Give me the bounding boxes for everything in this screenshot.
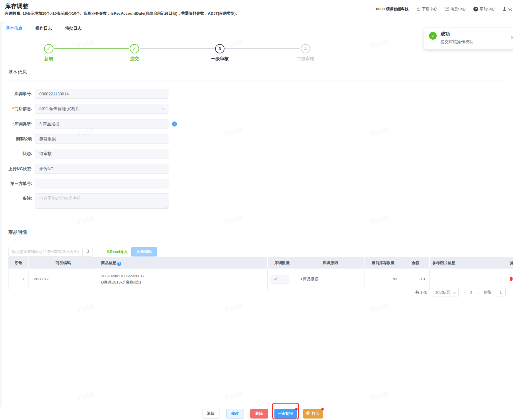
adjust-type-row: *库调类型: bbox=[2, 119, 177, 129]
delete-button[interactable]: 删除 bbox=[250, 409, 268, 419]
help-center-label: 帮助中心 bbox=[480, 6, 495, 12]
mail-icon bbox=[445, 7, 449, 11]
cell-ref-image bbox=[429, 269, 491, 290]
product-name: D聚品D813-芝麻糊/提/1 bbox=[101, 279, 264, 285]
order-no-label: 库调单号: bbox=[2, 89, 32, 99]
store-select[interactable] bbox=[35, 104, 168, 114]
remark-label: 备注: bbox=[2, 193, 32, 203]
main-card: 基本信息 操作日志 审批日志 新增 提交 3 一级审核 4 二级审核 基本信息 … bbox=[2, 22, 513, 407]
notification-dot bbox=[295, 408, 298, 410]
goto-page-input[interactable] bbox=[496, 288, 506, 296]
cell-product-info: 2002028017006/2028017 D聚品D813-芝麻糊/提/1 bbox=[98, 269, 267, 290]
step-submit: 提交 bbox=[114, 44, 155, 62]
nc-status-label: 上传NC状态: bbox=[2, 164, 32, 174]
store-label: *门店信息: bbox=[2, 104, 32, 114]
first-audit-button[interactable]: 一审初审 bbox=[274, 409, 297, 419]
row-delete-link[interactable]: 删除 bbox=[510, 277, 513, 281]
col-product-info: 商品信息 bbox=[98, 257, 267, 269]
check-icon bbox=[47, 46, 51, 51]
product-search bbox=[8, 247, 92, 257]
step-first-audit: 3 一级审核 bbox=[199, 44, 240, 62]
step-number: 4 bbox=[304, 46, 307, 51]
download-center-label: 下载中心 bbox=[422, 6, 437, 12]
adjust-desc-field[interactable] bbox=[35, 134, 168, 144]
product-info-help-icon[interactable] bbox=[117, 262, 121, 266]
basic-info-section-title: 基本信息 bbox=[8, 69, 27, 75]
batch-edit-button[interactable]: 批量编辑 bbox=[131, 247, 157, 257]
user-menu[interactable]: Yo bbox=[502, 7, 512, 12]
product-barcode: 2002028017006/2028017 bbox=[101, 273, 264, 279]
step-label: 二级审核 bbox=[285, 56, 326, 62]
col-action: 操作 bbox=[491, 257, 513, 269]
step-create: 新增 bbox=[28, 44, 69, 62]
toast-title: 成功 bbox=[441, 31, 450, 37]
adjust-type-field[interactable] bbox=[35, 119, 168, 129]
adjust-type-label: *库调类型: bbox=[2, 119, 32, 129]
pagination: 共 1 条 100条/页 ‹ 1 › 前往 bbox=[415, 288, 506, 296]
col-adjust-reason: 库调原因 bbox=[297, 257, 364, 269]
adjust-desc-label: 调整说明 bbox=[2, 134, 32, 144]
prev-page-icon[interactable]: ‹ bbox=[463, 290, 466, 295]
adjust-type-help-icon[interactable] bbox=[172, 122, 177, 126]
toast-message: 提交审核操作成功 bbox=[441, 39, 473, 45]
pagination-total: 共 1 条 bbox=[415, 290, 427, 295]
third-party-no-row: 第三方单号: bbox=[2, 179, 168, 188]
excel-import-link[interactable]: 从Excel导入 bbox=[106, 247, 128, 257]
col-ref-image: 参考图片信息 bbox=[429, 257, 491, 269]
step-circle-done bbox=[44, 44, 53, 53]
tab-approval-log[interactable]: 审批日志 bbox=[65, 22, 82, 34]
header-nav: 0000.领锋智能科技 下载中心 消息中心 帮助中心 Yo bbox=[376, 6, 512, 12]
page-title: 库存调整 bbox=[5, 2, 28, 10]
help-center-link[interactable]: 帮助中心 bbox=[473, 6, 495, 12]
next-page-icon[interactable]: › bbox=[477, 290, 479, 295]
status-field bbox=[35, 149, 168, 158]
store-select-field[interactable] bbox=[35, 104, 168, 114]
third-party-no-field[interactable] bbox=[35, 179, 168, 188]
tab-operation-log[interactable]: 操作日志 bbox=[36, 22, 52, 34]
cell-amount: -10 bbox=[402, 269, 429, 290]
message-center-label: 消息中心 bbox=[450, 6, 466, 12]
search-input[interactable] bbox=[8, 247, 82, 257]
page-size-value: 100条/页 bbox=[435, 290, 450, 294]
status-row: 状态: bbox=[2, 149, 168, 158]
page-subtitle: 库调数量: 10表示增加10个,-10表示减少10个。应用业务参数：IsRecA… bbox=[5, 11, 239, 16]
cell-seq: 1 bbox=[9, 269, 28, 290]
status-label: 状态: bbox=[2, 149, 32, 158]
search-button[interactable] bbox=[82, 247, 92, 257]
required-mark: * bbox=[12, 122, 14, 126]
company-name: 0000.领锋智能科技 bbox=[376, 6, 409, 12]
step-second-audit: 4 二级审核 bbox=[285, 44, 326, 62]
notification-dot bbox=[321, 408, 324, 410]
store-row: *门店信息: bbox=[2, 104, 168, 114]
page-size-select[interactable]: 100条/页 bbox=[432, 288, 459, 296]
adjust-qty-input[interactable] bbox=[271, 275, 289, 284]
step-number: 3 bbox=[219, 46, 221, 51]
col-amount: 金额 bbox=[402, 257, 429, 269]
cell-adjust-reason: 3.商品报损- bbox=[297, 269, 364, 290]
check-icon bbox=[133, 46, 136, 51]
toast-close-icon[interactable] bbox=[510, 35, 513, 40]
download-center-link[interactable]: 下载中心 bbox=[416, 6, 437, 12]
order-no-field[interactable] bbox=[35, 89, 168, 99]
current-page[interactable]: 1 bbox=[470, 290, 472, 294]
modify-button[interactable]: 修改 bbox=[226, 409, 244, 419]
cell-current-stock: 93 bbox=[364, 269, 402, 290]
print-button[interactable]: 打印 bbox=[303, 409, 323, 419]
remark-field[interactable] bbox=[35, 193, 168, 209]
adjust-desc-row: 调整说明 bbox=[2, 134, 168, 144]
tab-basic-info[interactable]: 基本信息 bbox=[6, 22, 22, 34]
search-icon bbox=[85, 249, 90, 254]
product-table: 序号 商品编码 商品信息 库调数量 库调原因 当前库存数量 金额 参考图片信息 … bbox=[8, 257, 513, 290]
step-circle-done bbox=[130, 44, 139, 53]
step-circle-pending: 4 bbox=[301, 44, 310, 53]
table-header-row: 序号 商品编码 商品信息 库调数量 库调原因 当前库存数量 金额 参考图片信息 … bbox=[9, 257, 513, 269]
col-product-code: 商品编码 bbox=[28, 257, 98, 269]
back-button[interactable]: 返回 bbox=[202, 409, 220, 419]
col-current-stock: 当前库存数量 bbox=[364, 257, 402, 269]
nc-status-field bbox=[35, 164, 168, 174]
col-seq: 序号 bbox=[9, 257, 28, 269]
col-adjust-qty: 库调数量 bbox=[267, 257, 297, 269]
remark-row: 备注: bbox=[2, 193, 168, 209]
message-center-link[interactable]: 消息中心 bbox=[445, 6, 466, 12]
third-party-no-label: 第三方单号: bbox=[2, 179, 32, 188]
